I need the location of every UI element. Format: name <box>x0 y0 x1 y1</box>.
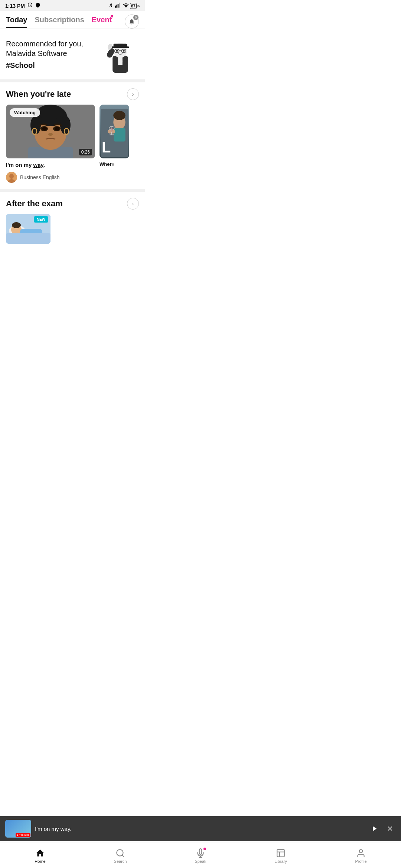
tab-event[interactable]: Event <box>92 16 112 28</box>
peek-letter: L <box>102 140 111 155</box>
svg-point-47 <box>12 222 21 228</box>
event-dot <box>111 15 113 17</box>
svg-rect-2 <box>117 4 118 8</box>
video-title-1: I'm on my way. <box>6 161 95 169</box>
channel-name-1: Business English <box>20 174 60 180</box>
status-right: 87 % <box>108 3 140 9</box>
channel-info-1: Business English <box>6 172 95 183</box>
wifi-icon <box>123 3 128 9</box>
after-exam-cta: NEW <box>34 216 48 223</box>
svg-point-14 <box>123 50 125 52</box>
svg-rect-0 <box>115 6 116 7</box>
svg-rect-9 <box>112 46 129 48</box>
watching-badge: Watching <box>10 108 40 117</box>
video-card-1[interactable]: Watching 0:26 I'm on my way. Business En… <box>6 105 95 183</box>
vpn-icon <box>35 3 40 9</box>
rec-title: Recommended for you, Malavida Software <box>6 39 98 58</box>
rec-mascot <box>102 36 139 73</box>
video-row-when-late: Watching 0:26 I'm on my way. Business En… <box>0 105 145 183</box>
svg-point-27 <box>42 127 47 131</box>
svg-point-23 <box>38 105 63 119</box>
status-bar: 1:13 PM <box>0 0 145 11</box>
alarm-icon <box>27 2 33 9</box>
video-thumb-1: Watching 0:26 <box>6 105 95 158</box>
signal-icon <box>115 3 121 9</box>
video-title-peek: Where <box>100 161 129 168</box>
bluetooth-icon <box>108 3 114 9</box>
svg-rect-49 <box>6 233 50 244</box>
svg-rect-1 <box>116 5 117 8</box>
video-card-2-peek[interactable]: L Where <box>100 105 129 183</box>
recommendation-banner[interactable]: Recommended for you, Malavida Software #… <box>0 29 145 82</box>
section-title-after-exam: After the exam <box>6 199 63 208</box>
svg-point-13 <box>116 50 118 52</box>
after-exam-more-button[interactable]: › <box>127 198 139 210</box>
after-exam-preview[interactable]: NEW <box>6 214 139 244</box>
section-header-when-late: When you're late › <box>0 88 145 105</box>
video-thumb-peek-2: L <box>100 105 129 158</box>
when-late-more-button[interactable]: › <box>127 88 139 100</box>
video-duration-1: 0:26 <box>79 149 92 155</box>
svg-rect-3 <box>119 3 120 7</box>
svg-point-38 <box>113 111 125 120</box>
when-late-section: When you're late › <box>0 82 145 183</box>
svg-point-34 <box>9 174 14 179</box>
bell-button[interactable]: 0 <box>125 14 139 29</box>
svg-rect-39 <box>114 128 125 141</box>
top-navigation: Today Subscriptions Event 0 <box>0 11 145 29</box>
rec-tag: #School <box>6 61 98 70</box>
tab-subscriptions[interactable]: Subscriptions <box>35 16 84 28</box>
battery-icon: 87 % <box>130 3 140 9</box>
section-title-when-late: When you're late <box>6 89 71 99</box>
bell-badge: 0 <box>133 15 138 20</box>
section-header-after-exam: After the exam › <box>0 198 145 214</box>
tab-today[interactable]: Today <box>6 16 27 28</box>
status-left: 1:13 PM <box>5 2 40 9</box>
channel-avatar-1 <box>6 172 17 183</box>
status-time: 1:13 PM <box>5 3 25 9</box>
after-exam-thumb: NEW <box>6 214 50 244</box>
rec-text: Recommended for you, Malavida Software #… <box>6 39 98 70</box>
svg-point-30 <box>48 133 53 136</box>
after-exam-section: After the exam › <box>0 189 145 244</box>
svg-point-29 <box>55 127 59 131</box>
